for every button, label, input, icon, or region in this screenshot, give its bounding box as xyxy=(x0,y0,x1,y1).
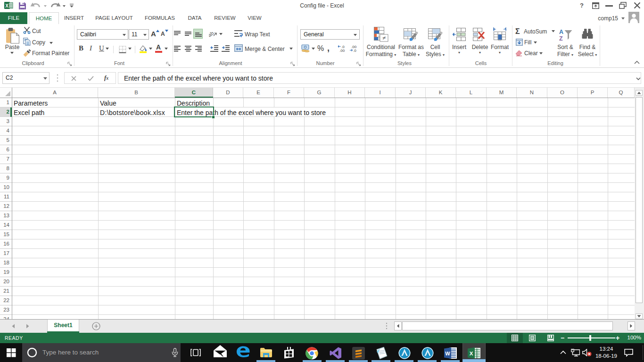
svg-text:.00: .00 xyxy=(339,49,345,52)
svg-text:.0: .0 xyxy=(353,49,356,52)
svg-text:ab: ab xyxy=(209,30,215,38)
svg-text:≠: ≠ xyxy=(382,34,386,41)
svg-text:Z: Z xyxy=(559,35,563,42)
svg-text:X: X xyxy=(5,3,8,8)
svg-text:X: X xyxy=(470,351,473,356)
svg-text:W: W xyxy=(445,351,450,356)
svg-text:A: A xyxy=(559,29,563,35)
